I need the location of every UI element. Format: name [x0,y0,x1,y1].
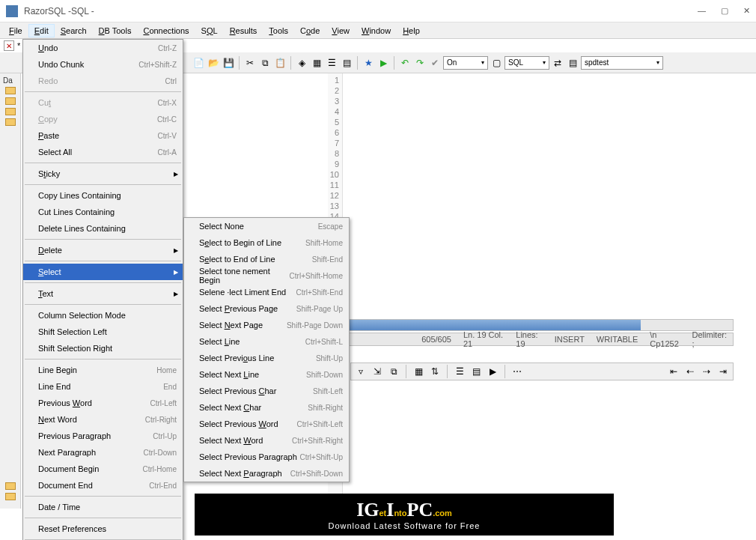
res-list-icon[interactable]: ☰ [453,365,466,378]
menu-item-document-begin[interactable]: Document BeginCtrl-Home [23,461,183,477]
menu-item-previous-word[interactable]: Previous WordCtrl-Left [23,395,183,411]
tb-cut-icon[interactable]: ✂ [243,56,257,70]
sidebar-root[interactable]: Da [0,76,20,85]
menu-item-undo-chunk[interactable]: Undo ChunkCtrl+Shift-Z [23,56,183,73]
menu-view[interactable]: View [326,24,356,37]
folder-icon[interactable] [4,492,16,501]
menu-item-select-line[interactable]: Select LineCtrl+Shift-L [184,333,349,350]
menu-item-select-next-char[interactable]: Select Next CharShift-Right [184,399,349,416]
menu-item-select-next-page[interactable]: Select Next PageShift-Page Down [184,317,349,333]
tab-label[interactable]: * [17,41,20,50]
menu-item-line-end[interactable]: Line EndEnd [23,378,183,395]
menu-item-select-tone-nement-begin[interactable]: Select tone nement BeginCtrl+Shift-Home [184,267,349,284]
menu-item-select-previous-line[interactable]: Select Previous LineShift-Up [184,350,349,366]
res-filter-icon[interactable]: ▿ [354,365,368,378]
tb-copy-icon[interactable]: ⧉ [258,56,272,70]
menu-item-delete[interactable]: Delete▶ [23,242,183,258]
res-export-icon[interactable]: ⇲ [371,365,384,378]
res-sheet-icon[interactable]: ▤ [469,365,483,378]
menu-tools[interactable]: Tools [263,24,294,37]
menu-item-cut-lines-containing[interactable]: Cut Lines Containing [23,204,183,220]
res-more-icon[interactable]: ⋯ [510,365,524,378]
tb-table-icon[interactable]: ▦ [310,56,323,70]
tb-paste-icon[interactable]: 📋 [273,56,287,70]
menu-item-next-paragraph[interactable]: Next ParagraphCtrl-Down [23,444,183,461]
tb-undo-icon[interactable]: ↶ [398,56,412,70]
menu-item-previous-paragraph[interactable]: Previous ParagraphCtrl-Up [23,428,183,444]
res-sort-icon[interactable]: ⇅ [428,365,442,378]
tb-grid-icon[interactable]: ▤ [340,56,353,70]
scroll-thumb[interactable] [326,320,641,330]
sidebar-tree[interactable]: Da [0,73,21,509]
menu-item-shift-selection-right[interactable]: Shift Selection Right [23,340,183,357]
folder-icon[interactable] [4,482,16,491]
menu-code[interactable]: Code [294,24,326,37]
menu-item-text[interactable]: Text▶ [23,285,183,302]
menu-item-date-time[interactable]: Date / Time [23,499,183,515]
res-grid-icon[interactable]: ▦ [412,365,425,378]
tb-doc-icon[interactable]: ▢ [490,56,503,70]
menu-item-line-begin[interactable]: Line BeginHome [23,362,183,378]
minimize-button[interactable]: — [698,6,706,16]
menu-item-shift-selection-left[interactable]: Shift Selection Left [23,324,183,340]
tb-sheet-icon[interactable]: ▤ [566,56,579,70]
menu-item-undo[interactable]: UndoCtrl-Z [23,40,183,56]
horizontal-scrollbar[interactable] [326,319,734,331]
menu-connections[interactable]: Connections [137,24,195,37]
tb-run-icon[interactable]: ▶ [377,56,390,70]
menu-window[interactable]: Window [356,24,397,37]
res-prev-icon[interactable]: ⇠ [683,365,697,378]
menu-item-select-to-end-of-line[interactable]: Select to End of LineShift-End [184,251,349,267]
menu-sql[interactable]: SQL [195,24,224,37]
menu-item-copy-lines-containing[interactable]: Copy Lines Containing [23,187,183,204]
menu-edit[interactable]: Edit [28,24,55,37]
tb-new-icon[interactable]: 📄 [192,56,205,70]
menu-item-cut[interactable]: CutCtrl-X [23,94,183,111]
menu-item-select-previous-page[interactable]: Select Previous PageShift-Page Up [184,300,349,317]
combo-on[interactable]: On [443,56,488,70]
res-copy-icon[interactable]: ⧉ [387,365,400,378]
folder-icon[interactable] [4,107,16,116]
menu-item-select-next-word[interactable]: Select Next WordCtrl+Shift-Right [184,432,349,449]
menu-item-next-word[interactable]: Next WordCtrl-Right [23,411,183,428]
folder-icon[interactable] [4,118,16,127]
tab-close-icon[interactable]: ✕ [4,40,14,51]
tb-star-icon[interactable]: ★ [362,56,375,70]
folder-icon[interactable] [4,97,16,106]
menu-help[interactable]: Help [397,24,426,37]
menu-item-select-previous-char[interactable]: Select Previous CharShift-Left [184,383,349,399]
menu-item-document-end[interactable]: Document EndCtrl-End [23,477,183,494]
menu-item-select-all[interactable]: Select AllCtrl-A [23,144,183,160]
menu-item-select-previous-word[interactable]: Select Previous WordCtrl+Shift-Left [184,416,349,432]
editor-body[interactable] [343,73,756,509]
menu-results[interactable]: Results [224,24,263,37]
menu-dbtools[interactable]: DB Tools [93,24,138,37]
combo-sql[interactable]: SQL [504,56,549,70]
menu-item-select-none[interactable]: Select NoneEscape [184,218,349,234]
maximize-button[interactable]: ▢ [721,6,728,16]
menu-item-select[interactable]: Select▶ [23,264,183,280]
res-first-icon[interactable]: ⇤ [667,365,680,378]
tb-db-icon[interactable]: ◈ [295,56,308,70]
tb-save-icon[interactable]: 💾 [222,56,235,70]
res-run-icon[interactable]: ▶ [486,365,499,378]
tb-open-icon[interactable]: 📂 [207,56,220,70]
menu-item-delete-lines-containing[interactable]: Delete Lines Containing [23,220,183,237]
menu-item-select-next-line[interactable]: Select Next LineShift-Down [184,366,349,383]
menu-item-copy[interactable]: CopyCtrl-C [23,111,183,127]
folder-icon[interactable] [4,86,16,95]
tb-conn-icon[interactable]: ⇄ [551,56,564,70]
tb-list-icon[interactable]: ☰ [325,56,338,70]
menu-item-select-previous-paragraph[interactable]: Select Previous ParagraphCtrl+Shift-Up [184,449,349,465]
res-last-icon[interactable]: ⇥ [716,365,730,378]
close-button[interactable]: ✕ [743,6,750,16]
menu-item-paste[interactable]: PasteCtrl-V [23,127,183,144]
menu-item-selene-lect-liment-end[interactable]: Selene ·lect Liment EndCtrl+Shift-End [184,284,349,300]
menu-item-select-next-paragraph[interactable]: Select Next ParagraphCtrl+Shift-Down [184,465,349,482]
menu-item-column-selection-mode[interactable]: Column Selection Mode [23,307,183,324]
menu-item-reset-preferences[interactable]: Reset Preferences [23,521,183,537]
menu-file[interactable]: File [3,24,28,37]
menu-item-sticky[interactable]: Sticky▶ [23,166,183,182]
menu-item-redo[interactable]: RedoCtrl [23,73,183,89]
combo-db[interactable]: spdtest [581,56,663,70]
